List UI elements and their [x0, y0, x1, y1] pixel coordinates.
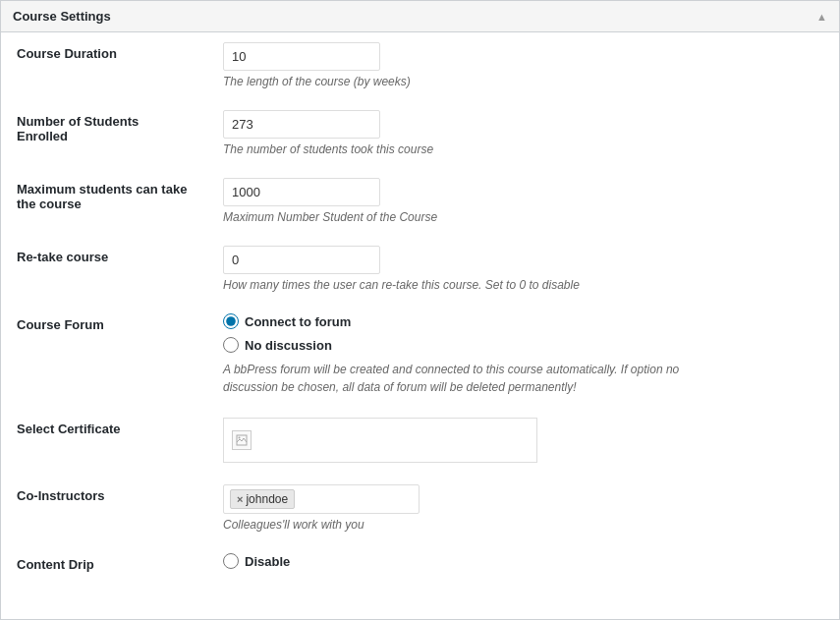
retake-course-field: How many times the user can re-take this…: [207, 236, 839, 304]
co-instructors-field: × johndoe Colleagues'll work with you: [207, 475, 839, 543]
course-forum-row: Course Forum Connect to forum No discuss…: [1, 304, 839, 408]
select-certificate-field: [207, 408, 839, 475]
students-enrolled-input[interactable]: [223, 110, 380, 139]
retake-course-input[interactable]: [223, 246, 380, 274]
content-drip-label: Content Drip: [1, 543, 207, 584]
students-enrolled-row: Number of Students Enrolled The number o…: [1, 100, 839, 168]
retake-course-row: Re-take course How many times the user c…: [1, 236, 839, 304]
image-icon: [236, 434, 248, 446]
panel-title: Course Settings: [13, 9, 111, 24]
content-drip-radio-group: Disable: [223, 553, 823, 569]
course-duration-field: The length of the course (by weeks): [207, 32, 839, 100]
connect-forum-radio[interactable]: [223, 313, 239, 329]
max-students-row: Maximum students can take the course Max…: [1, 168, 839, 236]
retake-course-description: How many times the user can re-take this…: [223, 278, 823, 292]
connect-forum-label: Connect to forum: [245, 314, 351, 329]
course-forum-radio-group: Connect to forum No discussion: [223, 313, 823, 353]
co-instructors-description: Colleagues'll work with you: [223, 518, 823, 532]
select-certificate-row: Select Certificate: [1, 408, 839, 475]
no-discussion-radio[interactable]: [223, 337, 239, 353]
settings-form-table: Course Duration The length of the course…: [1, 32, 839, 584]
certificate-box[interactable]: [223, 418, 537, 463]
course-duration-row: Course Duration The length of the course…: [1, 32, 839, 100]
max-students-input[interactable]: [223, 178, 380, 206]
course-duration-label: Course Duration: [1, 32, 207, 100]
content-drip-disable-option[interactable]: Disable: [223, 553, 823, 569]
course-forum-field: Connect to forum No discussion A bbPress…: [207, 304, 839, 408]
course-forum-description: A bbPress forum will be created and conn…: [223, 361, 714, 396]
tag-value: johndoe: [246, 492, 288, 506]
svg-point-1: [239, 437, 241, 439]
retake-course-label: Re-take course: [1, 236, 207, 304]
content-drip-disable-label: Disable: [245, 554, 290, 569]
no-discussion-option[interactable]: No discussion: [223, 337, 823, 353]
certificate-image-placeholder: [232, 430, 252, 450]
panel-toggle-icon[interactable]: ▲: [816, 11, 827, 23]
max-students-label: Maximum students can take the course: [1, 168, 207, 236]
content-drip-row: Content Drip Disable: [1, 543, 839, 584]
course-forum-label: Course Forum: [1, 304, 207, 408]
students-enrolled-label: Number of Students Enrolled: [1, 100, 207, 168]
max-students-description: Maximum Number Student of the Course: [223, 210, 823, 224]
select-certificate-label: Select Certificate: [1, 408, 207, 475]
co-instructors-row: Co-Instructors × johndoe Colleagues'll w…: [1, 475, 839, 543]
panel-header: Course Settings ▲: [1, 1, 839, 32]
content-drip-field: Disable: [207, 543, 839, 584]
students-enrolled-field: The number of students took this course: [207, 100, 839, 168]
co-instructors-input-container[interactable]: × johndoe: [223, 484, 420, 514]
no-discussion-label: No discussion: [245, 338, 332, 353]
tag-remove-button[interactable]: ×: [237, 494, 243, 505]
course-settings-panel: Course Settings ▲ Course Duration The le…: [0, 0, 840, 620]
co-instructor-tag: × johndoe: [230, 489, 295, 509]
max-students-field: Maximum Number Student of the Course: [207, 168, 839, 236]
co-instructors-label: Co-Instructors: [1, 475, 207, 543]
course-duration-description: The length of the course (by weeks): [223, 75, 823, 88]
students-enrolled-description: The number of students took this course: [223, 142, 823, 156]
course-duration-input[interactable]: [223, 42, 380, 71]
connect-forum-option[interactable]: Connect to forum: [223, 313, 823, 329]
content-drip-disable-radio[interactable]: [223, 553, 239, 569]
